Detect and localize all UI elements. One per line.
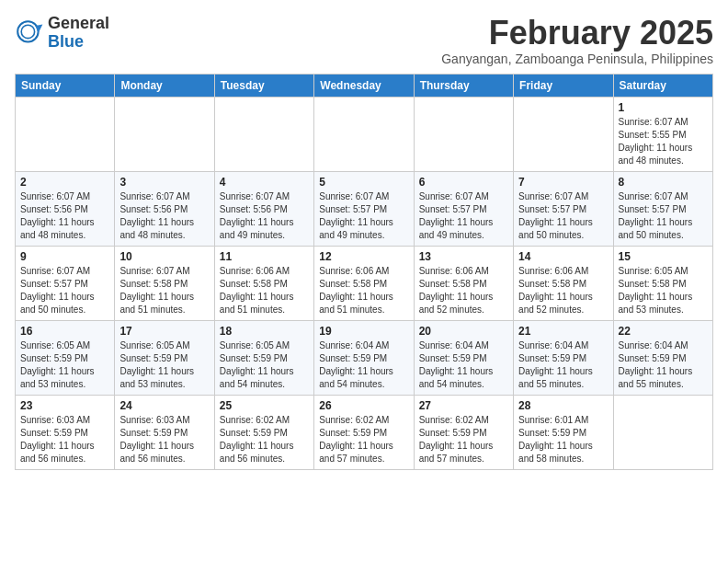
- day-info: Sunrise: 6:07 AMSunset: 5:58 PMDaylight:…: [119, 265, 209, 316]
- day-info: Sunrise: 6:03 AMSunset: 5:59 PMDaylight:…: [20, 414, 109, 465]
- day-number: 23: [20, 399, 109, 412]
- day-info: Sunrise: 6:02 AMSunset: 5:59 PMDaylight:…: [419, 414, 508, 465]
- day-number: 13: [419, 250, 508, 263]
- calendar-cell: 6Sunrise: 6:07 AMSunset: 5:57 PMDaylight…: [414, 171, 513, 246]
- day-number: 22: [619, 325, 708, 338]
- day-info: Sunrise: 6:05 AMSunset: 5:59 PMDaylight:…: [119, 339, 209, 391]
- day-info: Sunrise: 6:06 AMSunset: 5:58 PMDaylight:…: [220, 265, 309, 316]
- day-info: Sunrise: 6:05 AMSunset: 5:58 PMDaylight:…: [619, 265, 708, 316]
- month-year-title: February 2025: [441, 15, 713, 52]
- day-info: Sunrise: 6:07 AMSunset: 5:56 PMDaylight:…: [220, 190, 309, 242]
- calendar-cell: 13Sunrise: 6:06 AMSunset: 5:58 PMDayligh…: [414, 246, 513, 320]
- calendar-header-row: SundayMondayTuesdayWednesdayThursdayFrid…: [16, 74, 713, 97]
- calendar-cell: 2Sunrise: 6:07 AMSunset: 5:56 PMDaylight…: [16, 171, 115, 246]
- day-info: Sunrise: 6:07 AMSunset: 5:57 PMDaylight:…: [20, 265, 109, 316]
- day-number: 14: [518, 250, 608, 263]
- calendar-table: SundayMondayTuesdayWednesdayThursdayFrid…: [15, 74, 713, 470]
- calendar-cell: 27Sunrise: 6:02 AMSunset: 5:59 PMDayligh…: [414, 395, 513, 469]
- title-block: February 2025 Ganyangan, Zamboanga Penin…: [441, 15, 713, 66]
- calendar-week-row: 9Sunrise: 6:07 AMSunset: 5:57 PMDaylight…: [16, 246, 713, 320]
- calendar-cell: [613, 395, 712, 469]
- day-info: Sunrise: 6:02 AMSunset: 5:59 PMDaylight:…: [220, 414, 309, 465]
- day-info: Sunrise: 6:04 AMSunset: 5:59 PMDaylight:…: [619, 339, 708, 391]
- calendar-header-monday: Monday: [115, 74, 214, 97]
- calendar-cell: [115, 97, 214, 171]
- calendar-cell: 19Sunrise: 6:04 AMSunset: 5:59 PMDayligh…: [314, 320, 414, 395]
- calendar-cell: 14Sunrise: 6:06 AMSunset: 5:58 PMDayligh…: [514, 246, 613, 320]
- day-info: Sunrise: 6:07 AMSunset: 5:56 PMDaylight:…: [119, 190, 209, 242]
- calendar-cell: 26Sunrise: 6:02 AMSunset: 5:59 PMDayligh…: [314, 395, 414, 469]
- calendar-cell: 11Sunrise: 6:06 AMSunset: 5:58 PMDayligh…: [214, 246, 313, 320]
- calendar-cell: 15Sunrise: 6:05 AMSunset: 5:58 PMDayligh…: [613, 246, 712, 320]
- day-number: 9: [20, 250, 109, 263]
- calendar-week-row: 16Sunrise: 6:05 AMSunset: 5:59 PMDayligh…: [16, 320, 713, 395]
- day-info: Sunrise: 6:07 AMSunset: 5:55 PMDaylight:…: [619, 116, 708, 167]
- day-number: 27: [419, 399, 508, 412]
- calendar-header-tuesday: Tuesday: [214, 74, 313, 97]
- day-number: 21: [518, 325, 608, 338]
- calendar-cell: 20Sunrise: 6:04 AMSunset: 5:59 PMDayligh…: [414, 320, 513, 395]
- day-number: 8: [619, 176, 708, 189]
- location-subtitle: Ganyangan, Zamboanga Peninsula, Philippi…: [441, 52, 713, 66]
- page-header: General Blue February 2025 Ganyangan, Za…: [15, 15, 713, 66]
- calendar-week-row: 2Sunrise: 6:07 AMSunset: 5:56 PMDaylight…: [16, 171, 713, 246]
- calendar-header-wednesday: Wednesday: [314, 74, 414, 97]
- calendar-cell: 25Sunrise: 6:02 AMSunset: 5:59 PMDayligh…: [214, 395, 313, 469]
- calendar-week-row: 23Sunrise: 6:03 AMSunset: 5:59 PMDayligh…: [16, 395, 713, 469]
- day-info: Sunrise: 6:07 AMSunset: 5:57 PMDaylight:…: [319, 190, 408, 242]
- calendar-cell: [214, 97, 313, 171]
- logo-blue-text: Blue: [48, 33, 109, 52]
- day-number: 12: [319, 250, 408, 263]
- day-info: Sunrise: 6:04 AMSunset: 5:59 PMDaylight:…: [419, 339, 508, 391]
- calendar-header-thursday: Thursday: [414, 74, 513, 97]
- day-number: 19: [319, 325, 408, 338]
- calendar-cell: 9Sunrise: 6:07 AMSunset: 5:57 PMDaylight…: [16, 246, 115, 320]
- day-number: 7: [518, 176, 608, 189]
- calendar-cell: 4Sunrise: 6:07 AMSunset: 5:56 PMDaylight…: [214, 171, 313, 246]
- day-number: 5: [319, 176, 408, 189]
- day-number: 28: [518, 399, 608, 412]
- day-info: Sunrise: 6:04 AMSunset: 5:59 PMDaylight:…: [319, 339, 408, 391]
- day-number: 20: [419, 325, 508, 338]
- calendar-cell: 22Sunrise: 6:04 AMSunset: 5:59 PMDayligh…: [613, 320, 712, 395]
- day-number: 25: [220, 399, 309, 412]
- calendar-cell: 16Sunrise: 6:05 AMSunset: 5:59 PMDayligh…: [16, 320, 115, 395]
- calendar-cell: [314, 97, 414, 171]
- day-number: 16: [20, 325, 109, 338]
- logo: General Blue: [15, 15, 109, 52]
- day-info: Sunrise: 6:02 AMSunset: 5:59 PMDaylight:…: [319, 414, 408, 465]
- calendar-cell: [16, 97, 115, 171]
- day-info: Sunrise: 6:07 AMSunset: 5:57 PMDaylight:…: [619, 190, 708, 242]
- calendar-cell: 17Sunrise: 6:05 AMSunset: 5:59 PMDayligh…: [115, 320, 214, 395]
- calendar-cell: 5Sunrise: 6:07 AMSunset: 5:57 PMDaylight…: [314, 171, 414, 246]
- day-number: 18: [220, 325, 309, 338]
- calendar-header-sunday: Sunday: [16, 74, 115, 97]
- logo-icon: [15, 18, 44, 48]
- day-number: 3: [119, 176, 209, 189]
- calendar-cell: 12Sunrise: 6:06 AMSunset: 5:58 PMDayligh…: [314, 246, 414, 320]
- day-number: 26: [319, 399, 408, 412]
- day-info: Sunrise: 6:07 AMSunset: 5:57 PMDaylight:…: [518, 190, 608, 242]
- day-number: 10: [119, 250, 209, 263]
- calendar-header-saturday: Saturday: [613, 74, 712, 97]
- day-info: Sunrise: 6:05 AMSunset: 5:59 PMDaylight:…: [220, 339, 309, 391]
- calendar-week-row: 1Sunrise: 6:07 AMSunset: 5:55 PMDaylight…: [16, 97, 713, 171]
- calendar-cell: 23Sunrise: 6:03 AMSunset: 5:59 PMDayligh…: [16, 395, 115, 469]
- day-number: 1: [619, 101, 708, 114]
- calendar-cell: 21Sunrise: 6:04 AMSunset: 5:59 PMDayligh…: [514, 320, 613, 395]
- calendar-cell: 10Sunrise: 6:07 AMSunset: 5:58 PMDayligh…: [115, 246, 214, 320]
- calendar-cell: 28Sunrise: 6:01 AMSunset: 5:59 PMDayligh…: [514, 395, 613, 469]
- day-info: Sunrise: 6:01 AMSunset: 5:59 PMDaylight:…: [518, 414, 608, 465]
- day-info: Sunrise: 6:06 AMSunset: 5:58 PMDaylight:…: [419, 265, 508, 316]
- calendar-cell: [514, 97, 613, 171]
- calendar-header-friday: Friday: [514, 74, 613, 97]
- day-number: 6: [419, 176, 508, 189]
- calendar-cell: 24Sunrise: 6:03 AMSunset: 5:59 PMDayligh…: [115, 395, 214, 469]
- day-number: 11: [220, 250, 309, 263]
- day-number: 24: [119, 399, 209, 412]
- day-number: 2: [20, 176, 109, 189]
- day-info: Sunrise: 6:07 AMSunset: 5:57 PMDaylight:…: [419, 190, 508, 242]
- calendar-cell: 1Sunrise: 6:07 AMSunset: 5:55 PMDaylight…: [613, 97, 712, 171]
- day-info: Sunrise: 6:05 AMSunset: 5:59 PMDaylight:…: [20, 339, 109, 391]
- calendar-cell: 8Sunrise: 6:07 AMSunset: 5:57 PMDaylight…: [613, 171, 712, 246]
